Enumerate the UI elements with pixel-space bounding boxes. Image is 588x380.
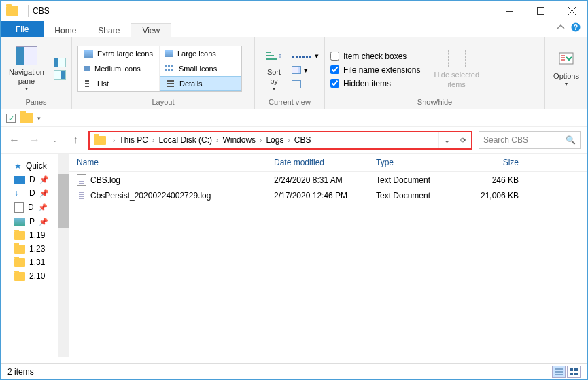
- file-name: CbsPersist_20200224002729.log: [90, 191, 211, 201]
- hide-selected-label: Hide selected items: [434, 71, 479, 88]
- layout-list[interactable]: List: [78, 76, 160, 91]
- breadcrumb[interactable]: › This PC› Local Disk (C:)› Windows› Log…: [110, 135, 313, 145]
- maximize-button[interactable]: [525, 1, 556, 21]
- layout-extra-large[interactable]: Extra large icons: [78, 46, 160, 61]
- chevron-right-icon[interactable]: ›: [110, 137, 118, 144]
- svg-text:?: ?: [574, 24, 578, 31]
- status-text: 2 items: [7, 367, 34, 377]
- minimize-button[interactable]: [494, 1, 525, 21]
- current-view-buttons: ▾ ▾: [292, 49, 319, 88]
- group-showhide-label: Show/hide: [330, 97, 539, 106]
- file-row[interactable]: CbsPersist_20200224002729.log 2/17/2020 …: [69, 188, 587, 203]
- ribbon-tabs: File Home Share View ?: [1, 21, 587, 37]
- svg-rect-13: [574, 373, 578, 375]
- size-columns-button[interactable]: [292, 80, 319, 88]
- quick-access-label: Quick: [26, 161, 47, 171]
- svg-rect-1: [537, 7, 544, 14]
- sort-by-button[interactable]: ↕ Sort by ▾: [260, 44, 288, 94]
- collapse-ribbon-icon[interactable]: [556, 22, 566, 32]
- svg-rect-11: [574, 368, 578, 371]
- forward-button[interactable]: →: [28, 133, 41, 147]
- status-bar: 2 items: [1, 363, 587, 379]
- star-icon: ★: [14, 161, 22, 171]
- refresh-button[interactable]: ⟳: [455, 132, 471, 148]
- recent-dropdown[interactable]: ⌄: [48, 133, 62, 147]
- layout-selector[interactable]: Extra large icons Large icons Medium ico…: [77, 46, 242, 92]
- document-icon: [77, 190, 86, 201]
- preview-pane-button[interactable]: [54, 58, 66, 67]
- up-button[interactable]: ↑: [69, 133, 82, 147]
- back-button[interactable]: ←: [7, 133, 21, 147]
- col-size[interactable]: Size: [464, 158, 519, 167]
- file-name: CBS.log: [90, 175, 120, 185]
- col-type[interactable]: Type: [376, 158, 464, 167]
- col-name[interactable]: Name: [77, 158, 274, 167]
- layout-small[interactable]: Small icons: [160, 61, 241, 76]
- col-date[interactable]: Date modified: [274, 158, 376, 167]
- group-options: Options ▾: [545, 37, 587, 109]
- search-placeholder: Search CBS: [483, 135, 528, 145]
- layout-large[interactable]: Large icons: [160, 46, 241, 61]
- help-icon[interactable]: ?: [571, 22, 581, 32]
- pane-toggles: [54, 58, 66, 80]
- sort-by-label: Sort by: [267, 68, 281, 86]
- thumbnails-view-button[interactable]: [567, 366, 581, 378]
- svg-rect-12: [570, 373, 573, 375]
- content-area: ★ Quick D📌 ↓D📌 D📌 P📌 1.19 1.23 1.31 2.10…: [1, 153, 587, 357]
- folder-icon: [6, 6, 18, 16]
- navigation-pane-button[interactable]: Navigation pane ▾: [6, 44, 47, 94]
- qat-dropdown[interactable]: ▾: [37, 115, 41, 122]
- crumb-thispc[interactable]: This PC: [118, 135, 150, 145]
- search-icon: 🔍: [566, 135, 576, 145]
- group-layout: Extra large icons Large icons Medium ico…: [72, 37, 255, 109]
- file-size: 246 KB: [464, 175, 519, 185]
- nav-scrollbar[interactable]: [58, 154, 69, 357]
- document-icon: [77, 174, 86, 186]
- file-list[interactable]: Name Date modified Type Size CBS.log 2/2…: [69, 154, 587, 357]
- hide-selected-button: Hide selected items: [431, 46, 482, 90]
- file-ext-toggle[interactable]: File name extensions: [330, 65, 420, 75]
- crumb-cbs[interactable]: CBS: [293, 135, 313, 145]
- details-pane-button[interactable]: [54, 70, 66, 80]
- layout-scroll[interactable]: [246, 46, 249, 91]
- group-show-hide: Item check boxes File name extensions Hi…: [325, 37, 545, 109]
- layout-details[interactable]: Details: [160, 76, 241, 91]
- address-bar[interactable]: › This PC› Local Disk (C:)› Windows› Log…: [89, 131, 472, 149]
- address-dropdown[interactable]: ⌄: [438, 132, 455, 148]
- select-all-checkbox[interactable]: ✓: [6, 114, 16, 123]
- group-by-button[interactable]: ▾: [292, 52, 319, 61]
- group-panes-label: Panes: [6, 97, 66, 106]
- quick-access-toolbar: ✓ ▾: [1, 109, 587, 127]
- crumb-drive[interactable]: Local Disk (C:): [157, 135, 213, 145]
- tab-share[interactable]: Share: [87, 24, 131, 37]
- file-date: 2/17/2020 12:46 PM: [274, 191, 376, 201]
- hidden-items-toggle[interactable]: Hidden items: [330, 79, 420, 88]
- file-type: Text Document: [376, 191, 464, 201]
- file-row[interactable]: CBS.log 2/24/2020 8:31 AM Text Document …: [69, 172, 587, 188]
- chevron-down-icon: ▾: [273, 86, 275, 92]
- address-row: ← → ⌄ ↑ › This PC› Local Disk (C:)› Wind…: [1, 127, 587, 153]
- file-type: Text Document: [376, 175, 464, 185]
- group-current-view: ↕ Sort by ▾ ▾ ▾ Current view: [255, 37, 325, 109]
- chevron-down-icon: ▾: [25, 86, 28, 92]
- tab-file[interactable]: File: [1, 21, 44, 37]
- tab-view[interactable]: View: [131, 23, 171, 37]
- navigation-pane[interactable]: ★ Quick D📌 ↓D📌 D📌 P📌 1.19 1.23 1.31 2.10: [1, 154, 69, 357]
- crumb-windows[interactable]: Windows: [221, 135, 257, 145]
- view-switcher[interactable]: [552, 366, 581, 378]
- group-layout-label: Layout: [77, 97, 249, 106]
- column-headers[interactable]: Name Date modified Type Size: [69, 154, 587, 172]
- options-button[interactable]: Options ▾: [551, 48, 582, 89]
- folder-icon: [20, 113, 33, 123]
- tab-home[interactable]: Home: [44, 24, 87, 37]
- crumb-logs[interactable]: Logs: [264, 135, 285, 145]
- title-bar: CBS: [1, 1, 587, 21]
- ribbon: Navigation pane ▾ Panes Extra large icon…: [1, 37, 587, 109]
- add-columns-button[interactable]: ▾: [292, 66, 319, 75]
- details-view-button[interactable]: [552, 366, 566, 378]
- close-button[interactable]: [556, 1, 587, 21]
- layout-medium[interactable]: Medium icons: [78, 61, 160, 76]
- search-box[interactable]: Search CBS 🔍: [479, 131, 581, 149]
- options-label: Options: [553, 72, 579, 81]
- item-checkboxes-toggle[interactable]: Item check boxes: [330, 52, 420, 61]
